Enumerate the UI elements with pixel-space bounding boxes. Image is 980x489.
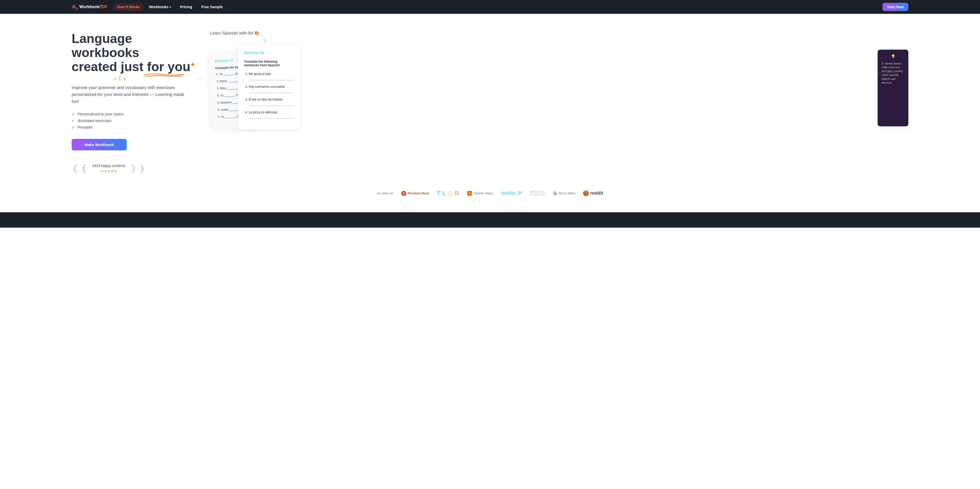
main-nav: How It Works Workbooks ▾ Pricing Free Sa… (114, 3, 226, 11)
logo-text: WorkbookPDF (80, 5, 107, 9)
underline-decoration (143, 72, 184, 78)
brand-label: twitter (501, 190, 516, 196)
play-me-button[interactable]: ⁂ Play Me (878, 70, 898, 75)
laurel-right-icon: ❩❩ (129, 163, 146, 175)
nav-workbooks[interactable]: Workbooks ▾ (146, 3, 175, 11)
header-left: ⤨A WorkbookPDF How It Works Workbooks ▾ … (72, 3, 226, 11)
burst-icon: ⟋ ⎮ ⟍ (113, 76, 127, 82)
curved-arrow-icon (258, 34, 269, 44)
chevron-down-icon: ▾ (170, 6, 171, 8)
feature-text: Personalized to your topics (78, 112, 124, 116)
brand-row: As seen on P Product Hunt TLDR Y Hacker … (0, 190, 980, 197)
hero-title: Language workbooks created just for you✦… (72, 32, 200, 74)
site-header: ⤨A WorkbookPDF How It Works Workbooks ▾ … (0, 0, 980, 14)
hacker-news-icon: Y (467, 191, 472, 196)
brand-twitter[interactable]: twitter🕊 (501, 190, 522, 196)
as-seen-on-section: As seen on P Product Hunt TLDR Y Hacker … (0, 185, 980, 212)
nav-workbooks-label: Workbooks (149, 5, 169, 9)
social-proof: ❨❨ 3424 happy students ★★★★★ ❩❩ (72, 163, 200, 175)
hero-preview: Learn Spanish with Art 🎨 💡 rt, vibrant c… (210, 32, 908, 175)
brand-hacker-news[interactable]: Y Hacker News (467, 191, 493, 196)
student-count: 3424 happy students (92, 164, 126, 168)
feature-item: ✓Printable (72, 125, 200, 130)
bulb-icon: 💡 (882, 54, 904, 59)
hero-subtitle: Improve your grammar and vocabulary with… (72, 84, 189, 105)
brand-label: THERE'S AN (530, 191, 546, 193)
list-item: La pizza es deliciosa. (249, 111, 293, 119)
brand-label: AI FOR THAT (530, 193, 546, 196)
bens-bites-icon: 🏪 (553, 191, 557, 195)
make-workbook-button[interactable]: Make Workbook (72, 139, 127, 150)
site-footer (0, 212, 980, 228)
check-icon: ✓ (72, 125, 75, 130)
feature-item: ✓Illustrated exercises (72, 118, 200, 123)
star-rating: ★★★★★ (92, 169, 126, 173)
brand-reddit[interactable]: 👽 reddit (583, 191, 603, 196)
brand-bens-bites[interactable]: 🏪 Ben's Bites (553, 191, 576, 195)
check-icon: ✓ (72, 118, 75, 123)
brand-label: Ben's Bites (559, 191, 576, 195)
reddit-icon: 👽 (583, 191, 589, 196)
brand-theres-an-ai[interactable]: THERE'S AN AI FOR THAT (530, 191, 546, 196)
hero-section: Language workbooks created just for you✦… (0, 14, 980, 185)
brand-product-hunt[interactable]: P Product Hunt (401, 191, 429, 196)
laurel-left-icon: ❨❨ (72, 163, 89, 175)
brand-label: Product Hunt (408, 191, 429, 195)
list-item: Hoy cocinamos una paella (249, 85, 293, 93)
hero-content: Language workbooks created just for you✦… (72, 32, 200, 175)
feature-list: ✓Personalized to your topics ✓Illustrate… (72, 112, 200, 130)
title-line2: created just for you (72, 60, 190, 74)
brand-tldr[interactable]: TLDR (436, 190, 460, 197)
feature-text: Illustrated exercises (78, 118, 111, 123)
nav-free-sample[interactable]: Free Sample (198, 3, 226, 11)
brand-label: Hacker News (473, 191, 493, 195)
social-proof-text: 3424 happy students ★★★★★ (92, 164, 126, 173)
check-icon: ✓ (72, 112, 75, 116)
nav-pricing[interactable]: Pricing (177, 3, 196, 11)
brand-label: reddit (590, 191, 603, 196)
translate-icon: ⤨A (72, 3, 78, 10)
list-item: Él lee un libro de historia (249, 98, 293, 106)
title-line1: Language workbooks (72, 32, 139, 60)
play-me-label: Play Me (884, 71, 898, 75)
exercise-4-card: Exercise #4 Translate the following sent… (238, 44, 299, 129)
feature-item: ✓Personalized to your topics (72, 112, 200, 116)
cursor-click-icon: ⁂ (878, 70, 882, 75)
logo[interactable]: ⤨A WorkbookPDF (72, 3, 107, 10)
exercise-title: Exercise #4 (244, 51, 293, 55)
exercise-subtitle: Translate the following sentences from S… (244, 60, 293, 67)
list-item: Me gusta el arte. (249, 72, 293, 80)
feature-text: Printable (78, 125, 92, 129)
exercise-list: Me gusta el arte. Hoy cocinamos una pael… (244, 72, 293, 119)
handwriting-label: Learn Spanish with Art 🎨 (210, 31, 259, 36)
nav-how-it-works[interactable]: How It Works (114, 3, 143, 11)
dark-info-card: 💡 rt, vibrant colours reflect ision and … (878, 49, 908, 126)
start-now-button[interactable]: Start Now (883, 3, 908, 11)
as-seen-label: As seen on (377, 191, 393, 195)
sparkle-icon: ✦ (190, 61, 195, 68)
product-hunt-icon: P (401, 191, 406, 196)
bird-icon: 🕊 (517, 190, 522, 196)
